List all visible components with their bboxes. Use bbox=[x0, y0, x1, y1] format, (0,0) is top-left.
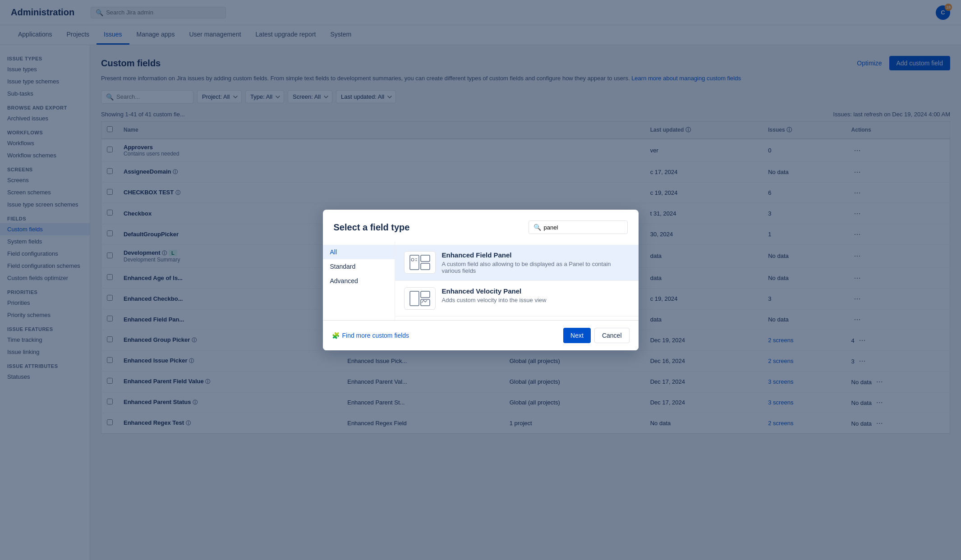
find-more-link[interactable]: 🧩 Find more custom fields bbox=[332, 332, 409, 339]
field-option-enhanced-velocity-panel[interactable]: Enhanced Velocity Panel Adds custom velo… bbox=[395, 281, 639, 317]
modal-sidebar: All Standard Advanced bbox=[323, 241, 395, 320]
svg-rect-7 bbox=[421, 291, 430, 298]
field-option-text: Enhanced Velocity Panel Adds custom velo… bbox=[442, 287, 547, 303]
select-field-type-modal: Select a field type 🔍 All Standard Advan… bbox=[323, 210, 639, 350]
modal-sidebar-item-standard[interactable]: Standard bbox=[323, 259, 395, 274]
svg-rect-1 bbox=[421, 255, 430, 262]
field-option-name: Enhanced Velocity Panel bbox=[442, 287, 547, 295]
modal-sidebar-item-all[interactable]: All bbox=[323, 245, 395, 259]
modal-header: Select a field type 🔍 bbox=[323, 210, 639, 241]
modal-search-bar[interactable]: 🔍 bbox=[529, 220, 628, 234]
modal-search-input[interactable] bbox=[544, 224, 623, 231]
field-option-desc: A custom field also allowing to be displ… bbox=[442, 261, 630, 274]
modal-results: Enhanced Field Panel A custom field also… bbox=[395, 241, 639, 320]
field-option-desc: Adds custom velocity into the issue view bbox=[442, 297, 547, 303]
field-option-icon-enhanced-velocity-panel bbox=[404, 287, 436, 310]
svg-rect-2 bbox=[421, 263, 430, 270]
field-option-name: Enhanced Field Panel bbox=[442, 251, 630, 259]
modal-footer-buttons: Next Cancel bbox=[563, 328, 629, 343]
svg-rect-6 bbox=[410, 291, 419, 306]
next-button[interactable]: Next bbox=[563, 328, 591, 343]
puzzle-icon: 🧩 bbox=[332, 332, 340, 339]
modal-body: All Standard Advanced bbox=[323, 241, 639, 320]
modal-overlay[interactable]: Select a field type 🔍 All Standard Advan… bbox=[0, 0, 961, 560]
svg-point-3 bbox=[411, 258, 414, 261]
field-option-icon-enhanced-field-panel bbox=[404, 251, 436, 274]
cancel-button[interactable]: Cancel bbox=[594, 328, 630, 343]
modal-sidebar-item-advanced[interactable]: Advanced bbox=[323, 274, 395, 288]
field-option-enhanced-field-panel[interactable]: Enhanced Field Panel A custom field also… bbox=[395, 245, 639, 281]
field-option-text: Enhanced Field Panel A custom field also… bbox=[442, 251, 630, 274]
modal-footer: 🧩 Find more custom fields Next Cancel bbox=[323, 320, 639, 350]
modal-search-icon: 🔍 bbox=[533, 224, 541, 231]
modal-title: Select a field type bbox=[334, 222, 410, 233]
svg-rect-0 bbox=[410, 255, 419, 270]
